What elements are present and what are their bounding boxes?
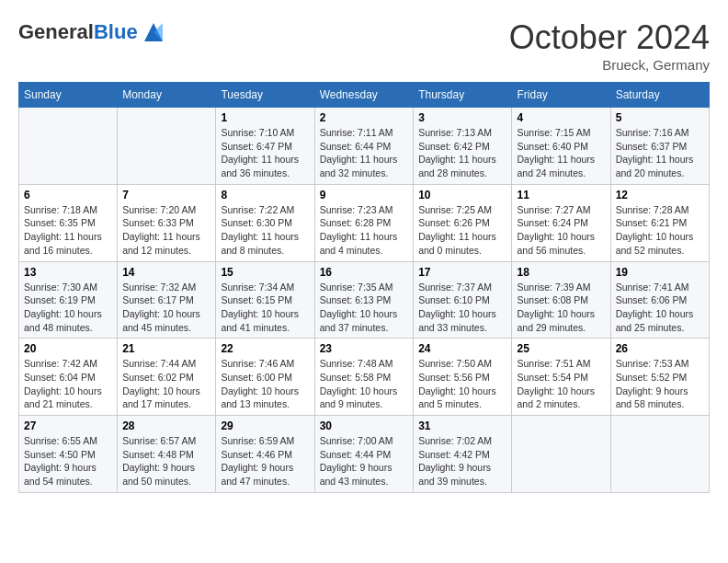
day-info: Sunrise: 7:34 AMSunset: 6:15 PMDaylight:…	[221, 281, 309, 335]
calendar-day-cell: 26Sunrise: 7:53 AMSunset: 5:52 PMDayligh…	[610, 339, 709, 416]
day-info: Sunrise: 7:27 AMSunset: 6:24 PMDaylight:…	[517, 203, 605, 258]
calendar-day-cell: 9Sunrise: 7:23 AMSunset: 6:28 PMDaylight…	[314, 184, 414, 261]
calendar-week-row: 27Sunrise: 6:55 AMSunset: 4:50 PMDayligh…	[19, 416, 710, 493]
day-info: Sunrise: 7:02 AMSunset: 4:42 PMDaylight:…	[418, 434, 506, 488]
calendar-day-cell: 10Sunrise: 7:25 AMSunset: 6:26 PMDayligh…	[414, 184, 512, 261]
calendar-day-cell: 6Sunrise: 7:18 AMSunset: 6:35 PMDaylight…	[19, 184, 118, 261]
day-number: 20	[24, 342, 112, 355]
page-header: GeneralBlue October 2024 Brueck, Germany	[18, 18, 710, 73]
calendar-day-cell: 20Sunrise: 7:42 AMSunset: 6:04 PMDayligh…	[19, 339, 118, 416]
day-number: 25	[517, 342, 605, 355]
calendar-day-cell: 28Sunrise: 6:57 AMSunset: 4:48 PMDayligh…	[118, 416, 216, 493]
day-info: Sunrise: 7:39 AMSunset: 6:08 PMDaylight:…	[517, 281, 605, 335]
day-info: Sunrise: 7:10 AMSunset: 6:47 PMDaylight:…	[221, 126, 309, 180]
day-number: 6	[24, 189, 112, 201]
day-info: Sunrise: 7:23 AMSunset: 6:28 PMDaylight:…	[320, 203, 409, 258]
day-number: 23	[320, 342, 409, 355]
calendar-day-cell: 27Sunrise: 6:55 AMSunset: 4:50 PMDayligh…	[19, 416, 118, 493]
day-number: 29	[221, 419, 309, 432]
day-number: 14	[122, 266, 210, 279]
calendar-day-cell: 19Sunrise: 7:41 AMSunset: 6:06 PMDayligh…	[610, 261, 709, 339]
calendar-day-cell: 31Sunrise: 7:02 AMSunset: 4:42 PMDayligh…	[414, 416, 512, 493]
day-number: 5	[616, 111, 704, 124]
calendar-day-cell: 17Sunrise: 7:37 AMSunset: 6:10 PMDayligh…	[414, 261, 512, 339]
calendar-day-cell: 30Sunrise: 7:00 AMSunset: 4:44 PMDayligh…	[314, 416, 414, 493]
weekday-header-cell: Wednesday	[314, 83, 414, 108]
day-info: Sunrise: 7:28 AMSunset: 6:21 PMDaylight:…	[616, 203, 704, 258]
day-info: Sunrise: 7:53 AMSunset: 5:52 PMDaylight:…	[616, 357, 704, 411]
calendar-table: SundayMondayTuesdayWednesdayThursdayFrid…	[18, 82, 710, 493]
day-info: Sunrise: 7:11 AMSunset: 6:44 PMDaylight:…	[320, 126, 409, 180]
calendar-day-cell: 11Sunrise: 7:27 AMSunset: 6:24 PMDayligh…	[512, 184, 610, 261]
weekday-header-cell: Sunday	[19, 83, 118, 108]
logo-blue-text: Blue	[94, 20, 138, 43]
calendar-day-cell: 8Sunrise: 7:22 AMSunset: 6:30 PMDaylight…	[216, 184, 314, 261]
day-info: Sunrise: 7:30 AMSunset: 6:19 PMDaylight:…	[24, 281, 112, 335]
logo-icon	[140, 18, 167, 46]
day-info: Sunrise: 7:41 AMSunset: 6:06 PMDaylight:…	[616, 281, 704, 335]
calendar-day-cell: 1Sunrise: 7:10 AMSunset: 6:47 PMDaylight…	[216, 108, 314, 185]
calendar-day-cell: 25Sunrise: 7:51 AMSunset: 5:54 PMDayligh…	[512, 339, 610, 416]
calendar-week-row: 1Sunrise: 7:10 AMSunset: 6:47 PMDaylight…	[19, 108, 710, 185]
day-info: Sunrise: 7:48 AMSunset: 5:58 PMDaylight:…	[320, 357, 409, 411]
weekday-header-row: SundayMondayTuesdayWednesdayThursdayFrid…	[19, 83, 710, 108]
day-number: 10	[418, 189, 506, 201]
day-number: 17	[418, 266, 506, 279]
logo: GeneralBlue	[18, 18, 167, 46]
day-info: Sunrise: 7:25 AMSunset: 6:26 PMDaylight:…	[418, 203, 506, 258]
weekday-header-cell: Friday	[512, 83, 610, 108]
weekday-header-cell: Thursday	[414, 83, 512, 108]
day-number: 27	[24, 419, 112, 432]
day-info: Sunrise: 7:00 AMSunset: 4:44 PMDaylight:…	[320, 434, 409, 488]
day-info: Sunrise: 7:50 AMSunset: 5:56 PMDaylight:…	[418, 357, 506, 411]
day-info: Sunrise: 7:13 AMSunset: 6:42 PMDaylight:…	[418, 126, 506, 180]
day-number: 26	[616, 342, 704, 355]
day-info: Sunrise: 7:44 AMSunset: 6:02 PMDaylight:…	[122, 357, 210, 411]
calendar-day-cell	[19, 108, 118, 185]
calendar-day-cell: 15Sunrise: 7:34 AMSunset: 6:15 PMDayligh…	[216, 261, 314, 339]
day-info: Sunrise: 6:57 AMSunset: 4:48 PMDaylight:…	[122, 434, 210, 488]
weekday-header-cell: Saturday	[610, 83, 709, 108]
calendar-day-cell: 13Sunrise: 7:30 AMSunset: 6:19 PMDayligh…	[19, 261, 118, 339]
day-number: 21	[122, 342, 210, 355]
day-number: 24	[418, 342, 506, 355]
calendar-day-cell: 3Sunrise: 7:13 AMSunset: 6:42 PMDaylight…	[414, 108, 512, 185]
calendar-day-cell: 2Sunrise: 7:11 AMSunset: 6:44 PMDaylight…	[314, 108, 414, 185]
day-number: 13	[24, 266, 112, 279]
day-number: 12	[616, 189, 704, 201]
day-info: Sunrise: 7:16 AMSunset: 6:37 PMDaylight:…	[616, 126, 704, 180]
calendar-day-cell	[118, 108, 216, 185]
calendar-day-cell: 14Sunrise: 7:32 AMSunset: 6:17 PMDayligh…	[118, 261, 216, 339]
day-info: Sunrise: 6:55 AMSunset: 4:50 PMDaylight:…	[24, 434, 112, 488]
day-number: 18	[517, 266, 605, 279]
day-number: 22	[221, 342, 309, 355]
title-block: October 2024 Brueck, Germany	[509, 18, 710, 73]
calendar-day-cell	[512, 416, 610, 493]
day-number: 3	[418, 111, 506, 124]
calendar-day-cell	[610, 416, 709, 493]
calendar-day-cell: 24Sunrise: 7:50 AMSunset: 5:56 PMDayligh…	[414, 339, 512, 416]
day-number: 2	[320, 111, 409, 124]
day-number: 9	[320, 189, 409, 201]
weekday-header-cell: Tuesday	[216, 83, 314, 108]
day-number: 30	[320, 419, 409, 432]
calendar-day-cell: 23Sunrise: 7:48 AMSunset: 5:58 PMDayligh…	[314, 339, 414, 416]
calendar-week-row: 6Sunrise: 7:18 AMSunset: 6:35 PMDaylight…	[19, 184, 710, 261]
day-number: 31	[418, 419, 506, 432]
logo-general-text: General	[18, 20, 94, 43]
day-info: Sunrise: 7:18 AMSunset: 6:35 PMDaylight:…	[24, 203, 112, 258]
calendar-day-cell: 18Sunrise: 7:39 AMSunset: 6:08 PMDayligh…	[512, 261, 610, 339]
calendar-week-row: 13Sunrise: 7:30 AMSunset: 6:19 PMDayligh…	[19, 261, 710, 339]
calendar-day-cell: 21Sunrise: 7:44 AMSunset: 6:02 PMDayligh…	[118, 339, 216, 416]
day-info: Sunrise: 7:20 AMSunset: 6:33 PMDaylight:…	[122, 203, 210, 258]
calendar-body: 1Sunrise: 7:10 AMSunset: 6:47 PMDaylight…	[19, 108, 710, 493]
day-info: Sunrise: 7:46 AMSunset: 6:00 PMDaylight:…	[221, 357, 309, 411]
calendar-day-cell: 5Sunrise: 7:16 AMSunset: 6:37 PMDaylight…	[610, 108, 709, 185]
day-number: 4	[517, 111, 605, 124]
calendar-day-cell: 29Sunrise: 6:59 AMSunset: 4:46 PMDayligh…	[216, 416, 314, 493]
day-info: Sunrise: 7:37 AMSunset: 6:10 PMDaylight:…	[418, 281, 506, 335]
calendar-day-cell: 7Sunrise: 7:20 AMSunset: 6:33 PMDaylight…	[118, 184, 216, 261]
day-info: Sunrise: 7:15 AMSunset: 6:40 PMDaylight:…	[517, 126, 605, 180]
month-title: October 2024	[509, 18, 710, 57]
day-number: 16	[320, 266, 409, 279]
